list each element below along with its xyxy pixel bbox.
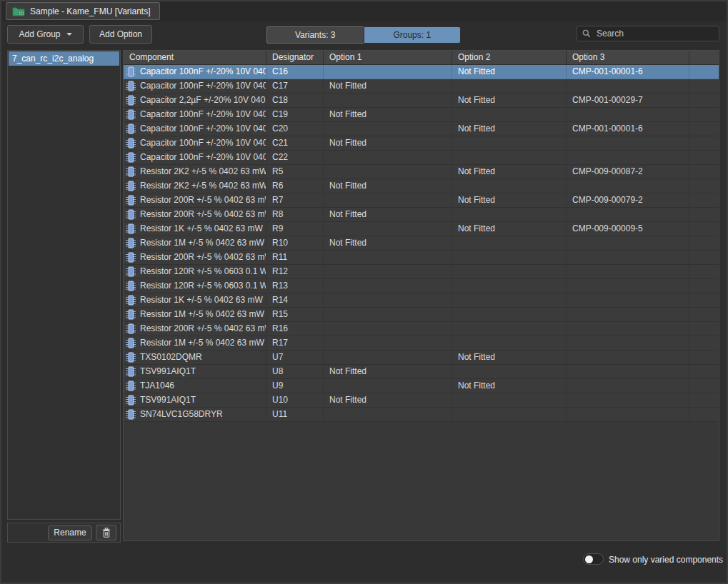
option2-cell[interactable]	[452, 336, 567, 350]
document-tab[interactable]: Sample - Kame_FMU [Variants]	[6, 2, 160, 20]
search-input[interactable]	[595, 28, 714, 39]
option1-cell[interactable]: Not Fitted	[324, 236, 452, 250]
option2-cell[interactable]	[452, 293, 567, 307]
option2-cell[interactable]	[452, 308, 567, 321]
option2-cell[interactable]	[452, 251, 567, 264]
option2-cell[interactable]	[452, 151, 567, 164]
option2-cell[interactable]	[452, 365, 567, 378]
option1-cell[interactable]: Not Fitted	[324, 136, 452, 150]
option3-cell[interactable]	[567, 79, 689, 93]
option2-cell[interactable]	[452, 279, 567, 293]
option1-cell[interactable]	[324, 351, 452, 364]
option1-cell[interactable]	[324, 265, 452, 278]
table-row[interactable]: TXS0102DQMRU7Not Fitted	[124, 351, 719, 365]
option1-cell[interactable]	[324, 279, 452, 293]
column-header-option1[interactable]: Option 1	[324, 51, 452, 64]
option1-cell[interactable]: Not Fitted	[324, 79, 452, 93]
option3-cell[interactable]	[567, 408, 689, 421]
table-row[interactable]: Resistor 120R +/-5 % 0603 0.1 WR12	[124, 265, 719, 279]
table-row[interactable]: Resistor 120R +/-5 % 0603 0.1 WR13	[124, 279, 719, 293]
table-row[interactable]: Capacitor 100nF +/-20% 10V 0402C16Not Fi…	[124, 65, 719, 79]
option1-cell[interactable]	[324, 408, 452, 421]
option2-cell[interactable]	[452, 236, 567, 250]
table-row[interactable]: Resistor 200R +/-5 % 0402 63 mWR11	[124, 251, 719, 265]
table-row[interactable]: TSV991AIQ1TU10Not Fitted	[124, 393, 719, 408]
option3-cell[interactable]: CMP-009-00087-2	[567, 165, 689, 178]
option1-cell[interactable]: Not Fitted	[324, 393, 452, 407]
option2-cell[interactable]: Not Fitted	[452, 193, 567, 207]
table-row[interactable]: Resistor 200R +/-5 % 0402 63 mWR8Not Fit…	[124, 208, 719, 222]
table-row[interactable]: Resistor 2K2 +/-5 % 0402 63 mWR6Not Fitt…	[124, 179, 719, 193]
option2-cell[interactable]: Not Fitted	[452, 351, 567, 364]
option1-cell[interactable]	[324, 122, 452, 136]
option1-cell[interactable]: Not Fitted	[324, 208, 452, 221]
option1-cell[interactable]	[324, 222, 452, 236]
option2-cell[interactable]: Not Fitted	[452, 94, 567, 107]
option3-cell[interactable]	[567, 336, 689, 350]
option2-cell[interactable]: Not Fitted	[452, 65, 567, 79]
option1-cell[interactable]	[324, 336, 452, 350]
option3-cell[interactable]	[567, 108, 689, 121]
option3-cell[interactable]	[567, 151, 689, 164]
table-row[interactable]: Capacitor 100nF +/-20% 10V 0402C20Not Fi…	[124, 122, 719, 136]
column-header-option2[interactable]: Option 2	[452, 51, 567, 64]
option1-cell[interactable]	[324, 94, 452, 107]
option2-cell[interactable]	[452, 108, 567, 121]
table-row[interactable]: Resistor 200R +/-5 % 0402 63 mWR7Not Fit…	[124, 193, 719, 208]
option1-cell[interactable]: Not Fitted	[324, 179, 452, 193]
groups-tab[interactable]: Groups: 1	[364, 26, 462, 44]
option2-cell[interactable]: Not Fitted	[452, 379, 567, 393]
option3-cell[interactable]: CMP-001-00029-7	[567, 94, 689, 107]
option3-cell[interactable]	[567, 236, 689, 250]
option2-cell[interactable]	[452, 179, 567, 193]
option2-cell[interactable]	[452, 265, 567, 278]
option2-cell[interactable]: Not Fitted	[452, 165, 567, 178]
option1-cell[interactable]	[324, 251, 452, 264]
table-row[interactable]: Resistor 2K2 +/-5 % 0402 63 mWR5Not Fitt…	[124, 165, 719, 179]
option2-cell[interactable]	[452, 136, 567, 150]
option2-cell[interactable]	[452, 408, 567, 421]
option3-cell[interactable]	[567, 308, 689, 321]
table-row[interactable]: SN74LVC1G58DRYRU11	[124, 408, 719, 422]
option3-cell[interactable]	[567, 136, 689, 150]
table-row[interactable]: Capacitor 100nF +/-20% 10V 0402C17Not Fi…	[124, 79, 719, 94]
option3-cell[interactable]	[567, 365, 689, 378]
option3-cell[interactable]	[567, 279, 689, 293]
option1-cell[interactable]	[324, 293, 452, 307]
option2-cell[interactable]	[452, 322, 567, 336]
table-row[interactable]: Resistor 1M +/-5 % 0402 63 mWR15	[124, 308, 719, 322]
option1-cell[interactable]	[324, 193, 452, 207]
option2-cell[interactable]	[452, 393, 567, 407]
option2-cell[interactable]	[452, 208, 567, 221]
column-header-designator[interactable]: Designator	[266, 51, 324, 64]
option1-cell[interactable]	[324, 308, 452, 321]
show-varied-toggle[interactable]	[583, 553, 604, 565]
table-row[interactable]: TSV991AIQ1TU8Not Fitted	[124, 365, 719, 379]
option3-cell[interactable]	[567, 322, 689, 336]
table-row[interactable]: Resistor 1M +/-5 % 0402 63 mWR17	[124, 336, 719, 351]
option3-cell[interactable]: CMP-009-00079-2	[567, 193, 689, 207]
table-row[interactable]: TJA1046U9Not Fitted	[124, 379, 719, 393]
table-row[interactable]: Resistor 200R +/-5 % 0402 63 mWR16	[124, 322, 719, 336]
variants-tab[interactable]: Variants: 3	[266, 26, 364, 44]
table-row[interactable]: Resistor 1K +/-5 % 0402 63 mWR14	[124, 293, 719, 308]
option1-cell[interactable]	[324, 379, 452, 393]
option2-cell[interactable]: Not Fitted	[452, 122, 567, 136]
option1-cell[interactable]	[324, 65, 452, 79]
add-group-button[interactable]: Add Group	[7, 25, 84, 44]
add-option-button[interactable]: Add Option	[89, 25, 152, 44]
group-list-item[interactable]: 7_can_rc_i2c_analog	[9, 51, 119, 66]
rename-button[interactable]: Rename	[48, 525, 92, 540]
option1-cell[interactable]: Not Fitted	[324, 365, 452, 378]
option2-cell[interactable]	[452, 79, 567, 93]
table-row[interactable]: Capacitor 100nF +/-20% 10V 0402C19Not Fi…	[124, 108, 719, 122]
table-row[interactable]: Resistor 1M +/-5 % 0402 63 mWR10Not Fitt…	[124, 236, 719, 251]
option1-cell[interactable]: Not Fitted	[324, 108, 452, 121]
option3-cell[interactable]	[567, 393, 689, 407]
column-header-component[interactable]: Component	[124, 51, 266, 64]
option1-cell[interactable]	[324, 165, 452, 178]
table-row[interactable]: Resistor 1K +/-5 % 0402 63 mWR9Not Fitte…	[124, 222, 719, 236]
table-row[interactable]: Capacitor 100nF +/-20% 10V 0402C21Not Fi…	[124, 136, 719, 151]
delete-group-button[interactable]	[96, 525, 116, 540]
option3-cell[interactable]: CMP-009-00009-5	[567, 222, 689, 236]
